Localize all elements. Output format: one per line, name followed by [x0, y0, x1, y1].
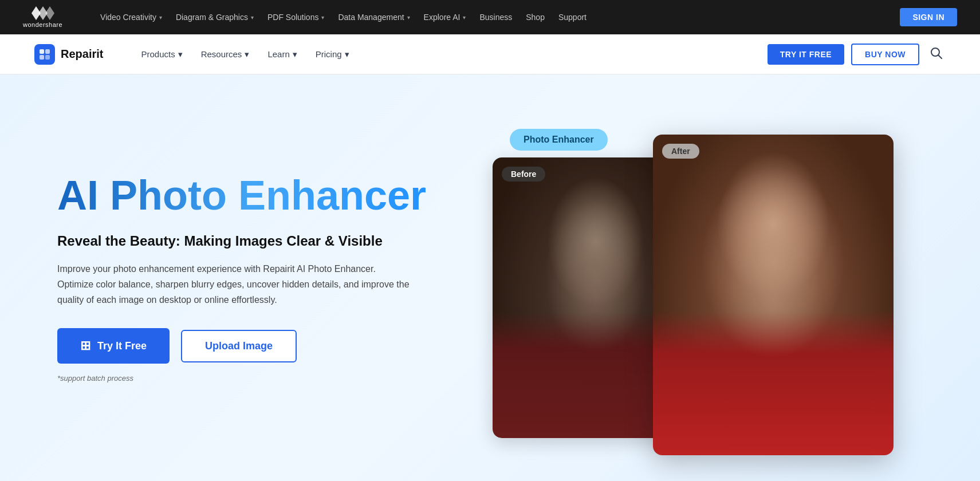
svg-marker-2: [45, 6, 54, 20]
hero-subtitle: Reveal the Beauty: Making Images Clear &…: [57, 232, 447, 250]
top-nav-business[interactable]: Business: [474, 9, 518, 25]
chevron-down-icon: ▾: [407, 14, 410, 21]
hero-try-free-button[interactable]: ⊞ Try It Free: [57, 328, 170, 364]
svg-rect-3: [40, 49, 44, 54]
repairit-logo-icon: [34, 44, 55, 65]
top-nav-items: Video Creativity ▾ Diagram & Graphics ▾ …: [95, 9, 881, 25]
chevron-down-icon: ▾: [159, 14, 162, 21]
second-nav-resources[interactable]: Resources ▾: [193, 45, 258, 64]
search-icon: [930, 46, 942, 59]
svg-line-8: [939, 56, 942, 59]
second-nav-items: Products ▾ Resources ▾ Learn ▾ Pricing ▾: [133, 45, 749, 64]
top-nav-data-management[interactable]: Data Management ▾: [332, 9, 415, 25]
chevron-down-icon: ▾: [321, 14, 324, 21]
hero-section: AI Photo Enhancer Reveal the Beauty: Mak…: [0, 74, 980, 481]
svg-rect-6: [45, 55, 50, 60]
windows-icon: ⊞: [80, 338, 90, 353]
top-nav-support[interactable]: Support: [553, 9, 592, 25]
chevron-down-icon: ▾: [178, 49, 183, 60]
top-navigation: wondershare Video Creativity ▾ Diagram &…: [0, 0, 980, 34]
hero-buttons: ⊞ Try It Free Upload Image: [57, 328, 447, 364]
chevron-down-icon: ▾: [245, 49, 249, 60]
search-button[interactable]: [926, 43, 946, 65]
after-image-card: After: [653, 135, 894, 455]
after-label: After: [662, 144, 699, 159]
batch-note: *support batch process: [57, 374, 447, 383]
wondershare-logo[interactable]: wondershare: [23, 6, 62, 28]
top-nav-shop[interactable]: Shop: [520, 9, 550, 25]
photo-enhancer-badge: Photo Enhancer: [510, 129, 608, 151]
hero-image-comparison: Photo Enhancer Before After: [493, 129, 923, 427]
before-label: Before: [502, 167, 545, 182]
second-navigation: Repairit Products ▾ Resources ▾ Learn ▾ …: [0, 34, 980, 74]
repairit-brand[interactable]: Repairit: [34, 44, 103, 65]
try-it-free-button[interactable]: TRY IT FREE: [768, 44, 844, 65]
chevron-down-icon: ▾: [463, 14, 466, 21]
repairit-brand-name: Repairit: [61, 48, 103, 61]
second-nav-products[interactable]: Products ▾: [133, 45, 190, 64]
hero-title: AI Photo Enhancer: [57, 173, 447, 218]
top-nav-diagram-graphics[interactable]: Diagram & Graphics ▾: [170, 9, 259, 25]
svg-rect-4: [45, 49, 50, 54]
chevron-down-icon: ▾: [293, 49, 297, 60]
svg-rect-5: [40, 55, 44, 60]
sign-in-button[interactable]: SIGN IN: [900, 8, 957, 26]
hero-description: Improve your photo enhancement experienc…: [57, 261, 412, 308]
second-nav-right: TRY IT FREE BUY NOW: [768, 43, 946, 65]
second-nav-pricing[interactable]: Pricing ▾: [308, 45, 357, 64]
chevron-down-icon: ▾: [345, 49, 349, 60]
top-nav-right: SIGN IN: [900, 8, 957, 26]
top-nav-video-creativity[interactable]: Video Creativity ▾: [95, 9, 168, 25]
hero-content: AI Photo Enhancer Reveal the Beauty: Mak…: [57, 173, 447, 383]
buy-now-button[interactable]: BUY NOW: [851, 44, 919, 65]
chevron-down-icon: ▾: [251, 14, 254, 21]
hero-upload-button[interactable]: Upload Image: [181, 330, 297, 362]
top-nav-pdf-solutions[interactable]: PDF Solutions ▾: [262, 9, 330, 25]
after-photo: [653, 135, 894, 455]
top-nav-explore-ai[interactable]: Explore AI ▾: [418, 9, 472, 25]
second-nav-learn[interactable]: Learn ▾: [259, 45, 305, 64]
wondershare-name: wondershare: [23, 21, 62, 28]
